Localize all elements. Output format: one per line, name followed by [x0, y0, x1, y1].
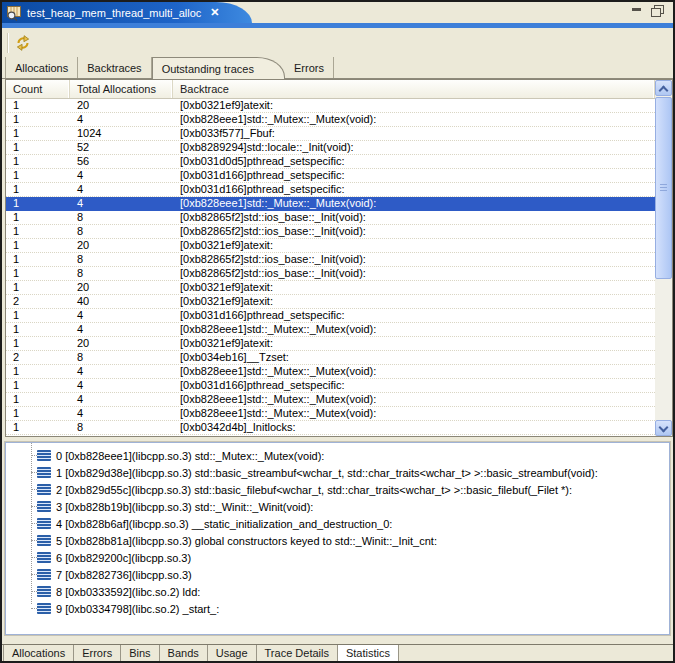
table-row[interactable]: 14[0xb031d166]pthread_setspecific:: [6, 169, 655, 183]
table-row[interactable]: 14[0xb828eee1]std::_Mutex::_Mutex(void):: [6, 393, 655, 407]
table-row[interactable]: 28[0xb034eb16]__Tzset:: [6, 351, 655, 365]
table-row[interactable]: 18[0xb82865f2]std::ios_base::_Init(void)…: [6, 225, 655, 239]
bottom-tab-allocations[interactable]: Allocations: [3, 645, 74, 661]
cell-count: 1: [6, 407, 70, 420]
backtrace-frame-item[interactable]: 2 [0xb829d55c](libcpp.so.3) std::basic_f…: [6, 481, 669, 498]
table-row[interactable]: 14[0xb828eee1]std::_Mutex::_Mutex(void):: [6, 197, 655, 211]
cell-total-allocations: 8: [70, 351, 173, 364]
cell-count: 1: [6, 379, 70, 392]
toolbar-drag-handle[interactable]: [7, 33, 9, 53]
title-bar: test_heap_mem_thread_multi_alloc ✕: [2, 2, 673, 23]
cell-count: 1: [6, 253, 70, 266]
backtrace-frame-item[interactable]: 3 [0xb828b19b](libcpp.so.3) std::_Winit:…: [6, 498, 669, 515]
cell-backtrace: [0xb0321ef9]atexit:: [173, 281, 655, 294]
cell-backtrace: [0xb82865f2]std::ios_base::_Init(void):: [173, 225, 655, 238]
table-row[interactable]: 18[0xb0342d4b]_Initlocks:: [6, 421, 655, 435]
backtrace-frame-item[interactable]: 1 [0xb829d38e](libcpp.so.3) std::basic_s…: [6, 464, 669, 481]
memory-analysis-icon: [6, 5, 22, 21]
bottom-tab-usage[interactable]: Usage: [208, 645, 257, 661]
cell-count: 1: [6, 365, 70, 378]
cell-total-allocations: 20: [70, 281, 173, 294]
backtrace-frame-item[interactable]: 7 [0xb8282736](libcpp.so.3): [6, 566, 669, 583]
table-header-row: Count Total Allocations Backtrace: [6, 80, 655, 99]
bottom-tab-bins[interactable]: Bins: [121, 645, 159, 661]
bottom-tabs-bar: AllocationsErrorsBinsBandsUsageTrace Det…: [2, 644, 673, 661]
cell-total-allocations: 4: [70, 113, 173, 126]
refresh-button[interactable]: [13, 33, 33, 53]
cell-count: 1: [6, 113, 70, 126]
cell-backtrace: [0xb0321ef9]atexit:: [173, 239, 655, 252]
tab-errors[interactable]: Errors: [285, 57, 334, 78]
stack-frame-icon: [37, 501, 51, 512]
vertical-scrollbar[interactable]: [655, 80, 672, 436]
column-header-count[interactable]: Count: [6, 80, 70, 98]
table-row[interactable]: 120[0xb0321ef9]atexit:: [6, 239, 655, 253]
cell-count: 1: [6, 197, 70, 210]
table-row[interactable]: 14[0xb828eee1]std::_Mutex::_Mutex(void):: [6, 365, 655, 379]
cell-count: 1: [6, 393, 70, 406]
cell-backtrace: [0xb82865f2]std::ios_base::_Init(void):: [173, 253, 655, 266]
table-row[interactable]: 120[0xb0321ef9]atexit:: [6, 337, 655, 351]
backtrace-frame-label: 8 [0xb0333592](libc.so.2) ldd:: [56, 586, 200, 598]
backtrace-frame-item[interactable]: 9 [0xb0334798](libc.so.2) _start_:: [6, 600, 669, 617]
cell-backtrace: [0xb82865f2]std::ios_base::_Init(void):: [173, 211, 655, 224]
close-icon[interactable]: ✕: [210, 7, 219, 18]
cell-count: 1: [6, 239, 70, 252]
table-row[interactable]: 120[0xb0321ef9]atexit:: [6, 281, 655, 295]
table-body: 120[0xb0321ef9]atexit:14[0xb828eee1]std:…: [6, 99, 655, 436]
cell-total-allocations: 4: [70, 393, 173, 406]
backtrace-frame-item[interactable]: 4 [0xb828b6af](libcpp.so.3) __static_ini…: [6, 515, 669, 532]
table-row[interactable]: 18[0xb82865f2]std::ios_base::_Init(void)…: [6, 211, 655, 225]
table-row[interactable]: 14[0xb828eee1]std::_Mutex::_Mutex(void):: [6, 323, 655, 337]
backtrace-detail-panel: 0 [0xb828eee1](libcpp.so.3) std::_Mutex:…: [5, 442, 670, 635]
bottom-tab-statistics[interactable]: Statistics: [338, 645, 399, 661]
column-header-backtrace[interactable]: Backtrace: [173, 80, 655, 98]
scrollbar-down-icon[interactable]: [655, 420, 672, 436]
stack-frame-icon: [37, 552, 51, 563]
table-row[interactable]: 18[0xb82865f2]std::ios_base::_Init(void)…: [6, 253, 655, 267]
bottom-tab-bands[interactable]: Bands: [160, 645, 208, 661]
table-row[interactable]: 152[0xb8289294]std::locale::_Init(void):: [6, 141, 655, 155]
cell-backtrace: [0xb031d166]pthread_setspecific:: [173, 379, 655, 392]
backtrace-frame-item[interactable]: 6 [0xb829200c](libcpp.so.3): [6, 549, 669, 566]
table-row[interactable]: 14[0xb828eee1]std::_Mutex::_Mutex(void):: [6, 407, 655, 421]
backtrace-frame-item[interactable]: 8 [0xb0333592](libc.so.2) ldd:: [6, 583, 669, 600]
table-row[interactable]: 18[0xb82865f2]std::ios_base::_Init(void)…: [6, 267, 655, 281]
scrollbar-track[interactable]: [655, 96, 672, 420]
memory-analysis-view-window: test_heap_mem_thread_multi_alloc ✕ Alloc…: [0, 0, 675, 663]
table-row[interactable]: 156[0xb031d0d5]pthread_setspecific:: [6, 155, 655, 169]
minimize-icon[interactable]: [632, 6, 642, 16]
cell-total-allocations: 8: [70, 253, 173, 266]
cell-count: 1: [6, 267, 70, 280]
trace-tabs-bar: AllocationsBacktracesOutstanding tracesE…: [2, 57, 673, 79]
stack-frame-icon: [37, 535, 51, 546]
table-row[interactable]: 120[0xb0321ef9]atexit:: [6, 99, 655, 113]
scrollbar-thumb[interactable]: [655, 97, 672, 279]
table-row[interactable]: 14[0xb828eee1]std::_Mutex::_Mutex(void):: [6, 113, 655, 127]
scrollbar-up-icon[interactable]: [655, 80, 672, 96]
restore-icon[interactable]: [651, 5, 663, 16]
view-title-tab[interactable]: test_heap_mem_thread_multi_alloc ✕: [2, 2, 252, 23]
cell-backtrace: [0xb828eee1]std::_Mutex::_Mutex(void):: [173, 197, 655, 210]
cell-total-allocations: 8: [70, 211, 173, 224]
stack-frame-icon: [37, 603, 51, 614]
tab-outstanding-traces[interactable]: Outstanding traces: [152, 57, 285, 79]
tab-backtraces[interactable]: Backtraces: [78, 57, 151, 78]
table-row[interactable]: 14[0xb031d166]pthread_setspecific:: [6, 379, 655, 393]
table-row[interactable]: 11024[0xb033f577]_Fbuf:: [6, 127, 655, 141]
bottom-tab-errors[interactable]: Errors: [74, 645, 121, 661]
backtrace-frame-item[interactable]: 0 [0xb828eee1](libcpp.so.3) std::_Mutex:…: [6, 447, 669, 464]
cell-backtrace: [0xb034eb16]__Tzset:: [173, 351, 655, 364]
backtrace-frame-item[interactable]: 5 [0xb828b81a](libcpp.so.3) global const…: [6, 532, 669, 549]
tab-allocations[interactable]: Allocations: [5, 57, 78, 78]
column-header-total-allocations[interactable]: Total Allocations: [70, 80, 173, 98]
cell-total-allocations: 4: [70, 197, 173, 210]
backtrace-frame-label: 3 [0xb828b19b](libcpp.so.3) std::_Winit:…: [56, 501, 313, 513]
table-row[interactable]: 14[0xb031d166]pthread_setspecific:: [6, 309, 655, 323]
bottom-tab-trace-details[interactable]: Trace Details: [257, 645, 338, 661]
table-row[interactable]: 240[0xb0321ef9]atexit:: [6, 295, 655, 309]
backtrace-frame-label: 4 [0xb828b6af](libcpp.so.3) __static_ini…: [56, 518, 392, 530]
cell-backtrace: [0xb8289294]std::locale::_Init(void):: [173, 141, 655, 154]
cell-count: 1: [6, 337, 70, 350]
table-row[interactable]: 14[0xb031d166]pthread_setspecific:: [6, 183, 655, 197]
